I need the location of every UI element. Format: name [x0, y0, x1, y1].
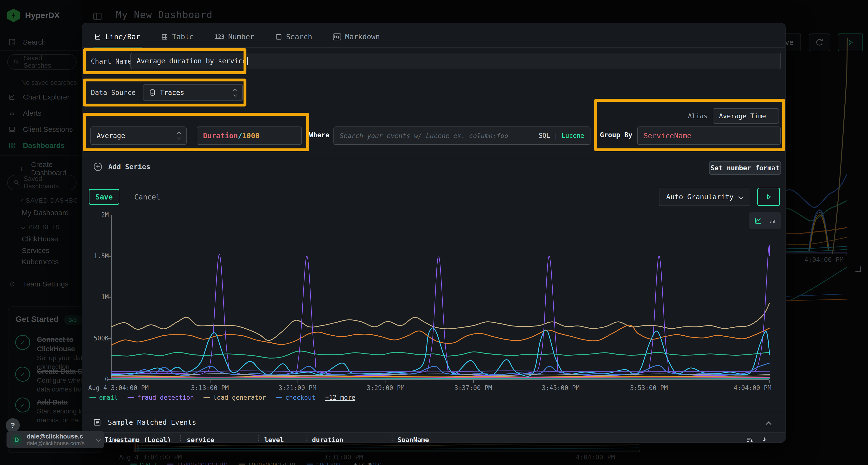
avatar: D	[11, 434, 23, 445]
column-separator	[180, 435, 181, 442]
bar-chart-icon[interactable]	[769, 217, 776, 224]
granularity-select[interactable]: Auto Granularity	[659, 188, 750, 206]
chevron-down-icon	[738, 194, 744, 200]
x-axis-tick-label: 4:04:00 PM	[734, 384, 772, 392]
y-axis-tick-label: 0	[87, 376, 109, 383]
x-axis-tick	[210, 380, 211, 383]
legend-item-email[interactable]: email	[89, 394, 118, 401]
divider	[82, 47, 785, 48]
where-input[interactable]: Search your events w/ Lucene ex. column:…	[334, 127, 590, 145]
num123-icon: 123	[215, 33, 224, 40]
filter-icon[interactable]	[746, 436, 754, 442]
tab-number[interactable]: 123Number	[213, 29, 256, 47]
x-axis-tick-label: 3:29:00 PM	[367, 384, 405, 392]
where-label: Where	[309, 131, 329, 139]
annotation-data-source	[83, 78, 246, 106]
y-axis-tick-label: 1M	[87, 294, 109, 301]
sample-events-title: Sample Matched Events	[108, 418, 196, 427]
column-header-timestamp-local-[interactable]: Timestamp (Local)	[104, 436, 171, 442]
play-icon	[765, 193, 772, 200]
list-icon	[275, 33, 282, 40]
table-icon	[161, 33, 168, 40]
column-header-spanname[interactable]: SpanName	[398, 436, 429, 442]
series-teal	[112, 378, 770, 378]
x-axis-tick	[298, 380, 298, 383]
x-axis-tick	[385, 380, 386, 383]
tab-markdown[interactable]: Markdown	[332, 29, 381, 47]
save-button[interactable]: Save	[89, 189, 119, 205]
annotation-aggregation	[83, 113, 309, 151]
user-menu[interactable]: D dale@clickhouse.c dale@clickhouse.com'…	[6, 431, 104, 448]
download-icon[interactable]	[760, 436, 768, 442]
run-chart-button[interactable]	[757, 188, 780, 206]
user-subtitle: dale@clickhouse.com's	[27, 440, 85, 446]
legend-item-fraud-detection[interactable]: fraud-detection	[128, 394, 194, 401]
y-axis-tick	[107, 215, 111, 215]
y-axis-tick	[107, 379, 111, 380]
legend-dash	[128, 397, 134, 398]
user-name: dale@clickhouse.c	[27, 433, 85, 440]
x-axis-tick-label: 3:13:00 PM	[191, 384, 229, 392]
tab-search[interactable]: Search	[274, 29, 314, 47]
x-axis-tick	[649, 380, 649, 383]
chart-plot	[112, 215, 770, 379]
annotation-group-by	[594, 99, 785, 151]
column-header-level[interactable]: level	[264, 436, 284, 442]
chart-line-icon	[94, 33, 101, 40]
legend-dash	[204, 397, 210, 398]
divider	[82, 158, 785, 158]
y-axis-tick	[107, 338, 111, 339]
column-header-service[interactable]: service	[187, 436, 214, 442]
series-magenta	[112, 377, 770, 378]
x-axis-tick	[473, 380, 474, 383]
x-axis-tick-label: 3:37:00 PM	[454, 384, 492, 392]
x-axis-tick-label: 3:53:00 PM	[630, 384, 668, 392]
x-axis-tick-label: 3:45:00 PM	[542, 384, 580, 392]
series-orange2	[112, 376, 770, 376]
events-table-header: Timestamp (Local)serviceleveldurationSpa…	[82, 432, 785, 442]
x-axis-tick-label: 3:21:00 PM	[278, 384, 316, 392]
text-cursor	[247, 57, 248, 65]
sql-mode-toggle[interactable]: SQL	[539, 132, 550, 139]
chart-legend: email fraud-detection load-generator che…	[89, 394, 355, 401]
help-button[interactable]: ?	[6, 418, 20, 432]
app-root: My New Dashboard Save 4:04:00 PM	[0, 0, 868, 465]
x-axis-tick	[769, 380, 770, 383]
column-separator	[392, 435, 393, 442]
column-separator	[258, 435, 259, 442]
tab-line-bar[interactable]: Line/Bar	[93, 29, 142, 48]
tab-table[interactable]: Table	[160, 29, 195, 47]
annotation-chart-name	[83, 48, 246, 74]
series-email	[112, 351, 770, 358]
x-axis-tick	[561, 380, 561, 383]
cancel-button[interactable]: Cancel	[130, 189, 164, 205]
series-load-generator	[112, 303, 770, 340]
set-number-format-button[interactable]: Set number format	[709, 161, 781, 175]
series-slate	[112, 374, 770, 376]
y-axis-tick	[107, 256, 111, 257]
legend-dash	[89, 397, 96, 398]
collapse-section-icon[interactable]	[766, 421, 771, 427]
legend-dash	[276, 397, 282, 398]
x-axis-tick-label: Aug 4 3:04:00 PM	[88, 384, 149, 392]
y-axis-tick	[107, 297, 111, 298]
series-fraud-detection	[112, 245, 770, 376]
editor-tabs: Line/BarTable123NumberSearchMarkdown	[93, 29, 381, 46]
y-axis-tick-label: 1.5M	[87, 253, 109, 260]
chevron-down-icon	[96, 437, 101, 442]
add-series-button[interactable]: Add Series	[93, 162, 151, 172]
markdown-icon	[333, 33, 341, 40]
y-axis-tick-label: 500K	[87, 335, 109, 342]
lucene-mode-toggle[interactable]: Lucene	[562, 132, 584, 139]
y-axis-tick-label: 2M	[87, 211, 109, 219]
legend-item-checkout[interactable]: checkout	[276, 394, 315, 401]
column-separator	[306, 435, 307, 442]
legend-item-load-generator[interactable]: load-generator	[204, 394, 266, 401]
legend-more-link[interactable]: +12 more	[325, 394, 355, 401]
column-header-duration[interactable]: duration	[312, 436, 343, 442]
plus-circle-icon	[93, 162, 103, 172]
list-icon	[93, 418, 101, 427]
sample-events-header: Sample Matched Events	[93, 418, 196, 427]
